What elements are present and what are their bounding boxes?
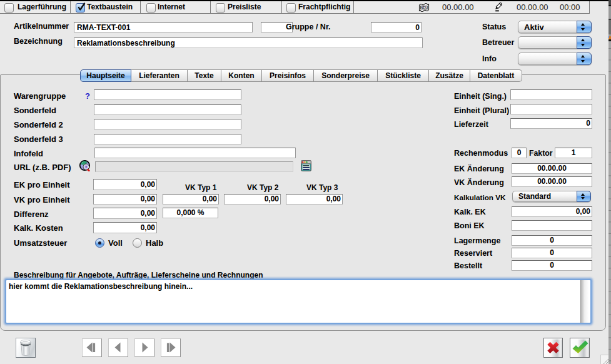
svg-text:NEU: NEU [420,6,427,9]
